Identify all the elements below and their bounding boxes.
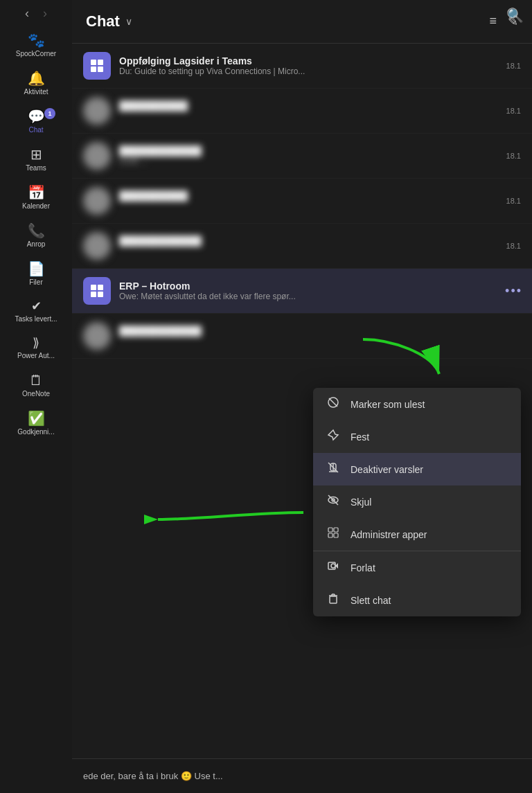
chat-item-erp-hotroom[interactable]: ERP – Hotroom Owe: Møtet avsluttet da de… [72, 269, 532, 314]
leave-icon [326, 560, 341, 576]
avatar [83, 232, 111, 260]
avatar [83, 277, 111, 305]
context-menu-mute[interactable]: Deaktiver varsler [313, 453, 521, 485]
leave-label: Forlat [351, 562, 375, 573]
sidebar-item-label: Kalender [5, 202, 67, 210]
forward-button[interactable]: › [37, 3, 53, 24]
sidebar-item-anrop[interactable]: 📞 Anrop [0, 217, 72, 255]
teams-icon: ⊞ [30, 148, 42, 161]
chat-info: ██████████ [119, 100, 501, 121]
chat-preview: Owe: Møtet avsluttet da det ikke var fle… [119, 292, 521, 301]
chat-badge: 1 [44, 108, 55, 119]
context-menu-manage-apps[interactable]: Administrer apper [313, 518, 521, 551]
back-button[interactable]: ‹ [19, 3, 35, 24]
chat-item-oppfolging[interactable]: Oppfølging Lagsider i Teams Du: Guide to… [72, 44, 532, 89]
svg-rect-21 [330, 596, 337, 603]
sidebar-item-poweraut[interactable]: ⟫ Power Aut... [0, 330, 72, 366]
chat-name: ERP – Hotroom [119, 280, 521, 292]
mute-icon [326, 461, 341, 477]
bottom-bar-text: ede der, bare å ta i bruk 🙂 Use t... [83, 771, 223, 781]
delete-icon [326, 592, 341, 608]
svg-rect-3 [98, 66, 103, 72]
sidebar-item-filer[interactable]: 📄 Filer [0, 255, 72, 293]
search-icon[interactable]: 🔍 [506, 8, 524, 23]
chat-item-blurred-2[interactable]: ██████████ 18.1 [72, 89, 532, 134]
sidebar-item-chat[interactable]: 💬 1 Chat [0, 103, 72, 141]
page-title: Chat [86, 12, 120, 30]
sidebar-item-teams[interactable]: ⊞ Teams [0, 141, 72, 179]
chat-item-blurred-3[interactable]: ████████████ rundt ... 18.1 [72, 134, 532, 179]
svg-rect-16 [334, 528, 338, 532]
context-menu-hide[interactable]: Skjul [313, 485, 521, 518]
chat-time: 18.1 [506, 62, 521, 70]
svg-rect-4 [91, 285, 96, 290]
sidebar-item-kalender[interactable]: 📅 Kalender [0, 179, 72, 217]
chat-preview: Du: Guide to setting up Viva Connections… [119, 66, 501, 76]
chat-info: Oppfølging Lagsider i Teams Du: Guide to… [119, 55, 501, 76]
mute-label: Deaktiver varsler [351, 464, 423, 475]
chat-info: ██████████ [119, 190, 501, 211]
bell-icon: 🔔 [28, 71, 45, 85]
sidebar-item-godkjenning[interactable]: ✅ Godkjenni... [0, 404, 72, 443]
avatar [83, 187, 111, 215]
sidebar-item-label: SpockCorner [5, 50, 67, 57]
avatar [83, 52, 111, 80]
spockcorner-icon: 🐾 [28, 33, 45, 47]
delete-label: Slett chat [351, 595, 391, 606]
chat-info: ████████████ [119, 326, 521, 346]
sidebar-item-aktivitet[interactable]: 🔔 Aktivitet [0, 64, 72, 103]
sidebar-item-spockcorner[interactable]: 🐾 SpockCorner [0, 26, 72, 64]
sidebar-item-tasks[interactable]: ✔ Tasks levert... [0, 293, 72, 330]
sidebar-item-label: Aktivitet [5, 88, 67, 96]
more-options-icon[interactable]: ••• [505, 284, 522, 299]
sidebar-item-label: Filer [5, 278, 67, 286]
godkjenning-icon: ✅ [28, 411, 45, 425]
chevron-down-icon[interactable]: ∨ [125, 16, 132, 27]
sidebar-item-label: Anrop [5, 240, 67, 248]
svg-rect-19 [328, 562, 335, 569]
context-menu-pin[interactable]: Fest [313, 420, 521, 453]
sidebar: 🐾 SpockCorner 🔔 Aktivitet 💬 1 Chat ⊞ Tea… [0, 0, 72, 793]
svg-rect-18 [334, 533, 338, 537]
svg-rect-15 [328, 528, 332, 532]
chat-item-blurred-4[interactable]: ██████████ 18.1 [72, 179, 532, 224]
chat-time: 18.1 [506, 197, 521, 205]
sidebar-item-label: Tasks levert... [5, 315, 67, 323]
context-menu-delete[interactable]: Slett chat [313, 584, 521, 616]
tasks-icon: ✔ [31, 300, 42, 312]
chat-name: ██████████ [119, 100, 501, 112]
svg-rect-17 [328, 533, 332, 537]
onenote-icon: 🗒 [29, 373, 43, 387]
bottom-bar: ede der, bare å ta i bruk 🙂 Use t... [72, 758, 532, 793]
sidebar-item-onenote[interactable]: 🗒 OneNote [0, 366, 72, 404]
context-menu: Marker som ulest Fest [313, 388, 521, 616]
powerautomate-icon: ⟫ [33, 337, 39, 349]
chat-item-blurred-5[interactable]: ████████████ 18.1 [72, 224, 532, 269]
context-menu-section-2: Forlat Slett chat [313, 551, 521, 616]
avatar [83, 322, 111, 350]
chat-preview [119, 247, 501, 256]
context-menu-leave[interactable]: Forlat [313, 551, 521, 584]
chat-preview [119, 202, 501, 211]
manage-apps-icon [326, 526, 341, 542]
chat-name: ████████████ [119, 326, 521, 337]
chat-preview: rundt ... [119, 157, 501, 166]
chat-name: ████████████ [119, 145, 501, 157]
pin-label: Fest [351, 431, 369, 443]
chat-info: ████████████ [119, 235, 501, 256]
svg-rect-0 [91, 60, 96, 65]
svg-rect-2 [91, 66, 96, 72]
hide-icon [326, 494, 341, 510]
mark-unread-icon [326, 396, 341, 412]
hide-label: Skjul [351, 497, 371, 508]
svg-rect-1 [98, 60, 103, 65]
context-menu-mark-unread[interactable]: Marker som ulest [313, 388, 521, 420]
chat-info: ERP – Hotroom Owe: Møtet avsluttet da de… [119, 280, 521, 301]
filter-icon[interactable]: ≡ [489, 14, 497, 29]
svg-rect-5 [98, 285, 103, 290]
svg-line-9 [329, 398, 337, 407]
svg-rect-6 [91, 292, 96, 297]
main-panel: 🔍 Chat ∨ ≡ ✎ Oppfølging Lagsider i Teams… [72, 0, 532, 793]
chat-item-blurred-7[interactable]: ████████████ [72, 314, 532, 359]
svg-point-20 [331, 564, 335, 568]
